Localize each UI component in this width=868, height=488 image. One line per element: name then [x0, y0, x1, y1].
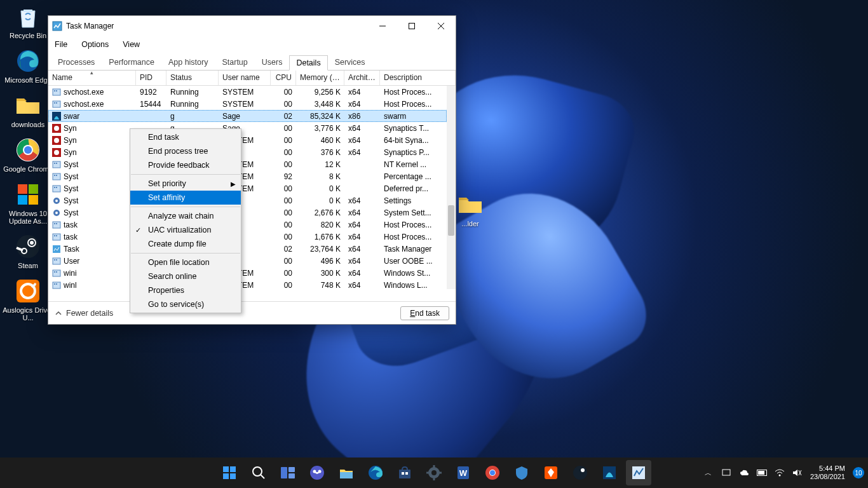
desktop-icon-winupdate[interactable]: Windows 10 Update As...	[3, 180, 53, 225]
tray-battery-icon[interactable]	[757, 468, 767, 478]
taskbar-brave[interactable]	[538, 460, 564, 485]
cell-mem: 376 K	[296, 148, 344, 157]
table-row[interactable]: SyngSage00376 Kx64Synaptics P...	[48, 146, 447, 158]
tray-volume-icon[interactable]	[792, 468, 803, 478]
ctx-search-online[interactable]: Search online	[130, 269, 241, 283]
end-task-button[interactable]: End task	[400, 306, 449, 320]
table-row[interactable]: TaskgSage0223,764 Kx64Task Manager	[48, 243, 447, 255]
ctx-properties[interactable]: Properties	[130, 283, 241, 297]
table-row[interactable]: SystgSYSTEM0012 KNT Kernel ...	[48, 158, 447, 170]
cell-mem: 2,676 K	[296, 208, 344, 217]
cell-desc: Synaptics T...	[380, 124, 447, 133]
taskbar-taskmgr[interactable]	[626, 460, 651, 485]
ctx-set-priority[interactable]: Set priority▶	[130, 177, 241, 191]
tab-services[interactable]: Services	[328, 55, 372, 70]
process-icon	[52, 88, 61, 97]
tray-wifi-icon[interactable]	[775, 468, 785, 478]
table-row[interactable]: UsergSage00496 Kx64User OOBE ...	[48, 255, 447, 267]
taskbar-start[interactable]	[217, 460, 242, 485]
desktop-icon-folder[interactable]: downloads	[3, 92, 53, 128]
taskbar-word[interactable]: W	[451, 460, 476, 485]
cell-status: Running	[166, 88, 219, 97]
tray-chevron-icon[interactable]: ︿	[703, 468, 714, 478]
desktop-icon-steam[interactable]: Steam	[3, 233, 53, 269]
process-icon	[52, 172, 61, 181]
tray-touchpad-icon[interactable]	[721, 468, 731, 478]
menu-file[interactable]: File	[52, 39, 70, 50]
tab-details[interactable]: Details	[289, 55, 327, 71]
titlebar[interactable]: Task Manager	[48, 16, 456, 36]
table-row[interactable]: SystgSage002,676 Kx64System Sett...	[48, 207, 447, 219]
table-row[interactable]: SystgSYSTEM928 KPercentage ...	[48, 170, 447, 182]
cell-desc: 64-bit Syna...	[380, 136, 447, 145]
close-button[interactable]	[426, 16, 456, 36]
maximize-button[interactable]	[397, 16, 426, 36]
col-name[interactable]: Name▴	[48, 71, 136, 85]
ctx-open-file-location[interactable]: Open file location	[130, 255, 241, 269]
ctx-label: UAC virtualization	[148, 226, 211, 234]
col-user[interactable]: User name	[219, 71, 271, 85]
cell-cpu: 00	[271, 100, 296, 109]
taskbar-search[interactable]	[246, 460, 271, 485]
taskbar-settings[interactable]	[421, 460, 447, 485]
taskbar-swarm[interactable]	[597, 460, 622, 485]
table-row[interactable]: SystgSYSTEM000 KDeferred pr...	[48, 182, 447, 194]
cell-cpu: 00	[271, 136, 296, 145]
desktop-icon-edge[interactable]: Microsoft Edge	[3, 47, 53, 84]
table-row[interactable]: taskgSage001,676 Kx64Host Proces...	[48, 231, 447, 243]
minimize-button[interactable]	[368, 16, 397, 36]
menu-options[interactable]: Options	[79, 39, 111, 50]
taskbar-explorer[interactable]	[334, 460, 359, 485]
col-pid[interactable]: PID	[136, 71, 166, 85]
clock[interactable]: 5:44 PM 23/08/2021	[810, 464, 845, 481]
tab-processes[interactable]: Processes	[51, 55, 102, 70]
table-row[interactable]: SyngSYSTEM00460 Kx6464-bit Syna...	[48, 134, 447, 146]
col-desc[interactable]: Description	[380, 71, 456, 85]
tab-users[interactable]: Users	[255, 55, 290, 70]
svg-rect-64	[223, 473, 229, 479]
table-row[interactable]: svchost.exe9192RunningSYSTEM009,256 Kx64…	[48, 86, 447, 98]
taskbar-store[interactable]	[392, 460, 417, 485]
table-row[interactable]: winlgSYSTEM00748 Kx64Windows L...	[48, 279, 447, 291]
col-arch[interactable]: Archite...	[344, 71, 380, 85]
ctx-uac-virtualization[interactable]: ✓UAC virtualization	[130, 223, 241, 237]
ctx-end-task[interactable]: End task	[130, 130, 241, 144]
svg-point-92	[581, 468, 585, 472]
taskbar-edge[interactable]	[363, 460, 388, 485]
ctx-go-to-service-s-[interactable]: Go to service(s)	[130, 297, 241, 311]
desktop-background[interactable]: Recycle BinMicrosoft EdgedownloadsGoogle…	[0, 0, 868, 488]
ctx-provide-feedback[interactable]: Provide feedback	[130, 158, 241, 172]
col-status[interactable]: Status	[166, 71, 219, 85]
table-row[interactable]: svchost.exe15444RunningSYSTEM003,448 Kx6…	[48, 98, 447, 110]
taskbar-taskview[interactable]	[275, 460, 301, 485]
taskbar-chat[interactable]	[304, 460, 330, 485]
table-row[interactable]: winigSYSTEM00300 Kx64Windows St...	[48, 267, 447, 279]
ctx-set-affinity[interactable]: Set affinity	[130, 191, 241, 205]
tray-onedrive-icon[interactable]	[739, 468, 749, 478]
table-row[interactable]: SystdedSage000 Kx64Settings	[48, 194, 447, 207]
tab-app-history[interactable]: App history	[161, 55, 215, 70]
menu-view[interactable]: View	[120, 39, 142, 50]
ctx-analyze-wait-chain[interactable]: Analyze wait chain	[130, 209, 241, 223]
notification-badge[interactable]: 10	[853, 467, 864, 478]
table-row[interactable]: swargSage0285,324 Kx86swarm	[48, 110, 447, 122]
table-row[interactable]: SyngSage003,776 Kx64Synaptics T...	[48, 122, 447, 134]
taskbar-chrome[interactable]	[480, 460, 505, 485]
desktop-icon-auslogics[interactable]: Auslogics Driver U...	[3, 277, 53, 322]
desktop-icon-recycle[interactable]: Recycle Bin	[3, 3, 53, 39]
col-cpu[interactable]: CPU	[271, 71, 296, 85]
col-mem[interactable]: Memory (a...	[296, 71, 344, 85]
tab-startup[interactable]: Startup	[215, 55, 254, 70]
desktop-icon-chrome[interactable]: Google Chrome	[3, 136, 53, 173]
process-icon	[52, 281, 61, 290]
table-row[interactable]: taskgSage00820 Kx64Host Proces...	[48, 219, 447, 231]
ctx-create-dump-file[interactable]: Create dump file	[130, 237, 241, 251]
ctx-end-process-tree[interactable]: End process tree	[130, 144, 241, 158]
fewer-details-button[interactable]: Fewer details	[55, 309, 113, 318]
taskbar-steam[interactable]	[567, 460, 593, 485]
scrollbar[interactable]	[447, 86, 456, 289]
cell-mem: 0 K	[296, 184, 344, 193]
tab-performance[interactable]: Performance	[102, 55, 161, 70]
taskbar-security[interactable]	[509, 460, 534, 485]
scrollbar-thumb[interactable]	[448, 205, 454, 236]
